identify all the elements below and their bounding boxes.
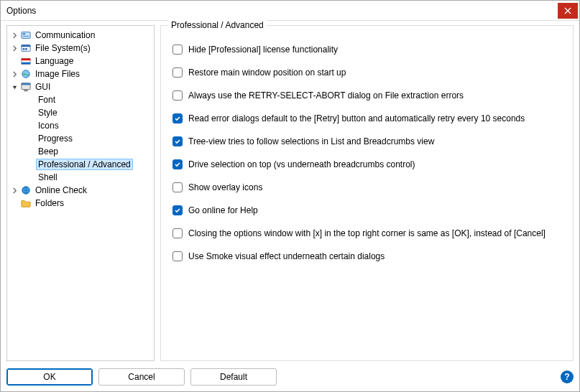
tree-item-label: File System(s) [33,42,93,54]
tree-item-label: Font [36,94,57,106]
tree-item-folders[interactable]: Folders [7,197,154,210]
comm-icon [20,29,32,41]
svg-rect-12 [22,83,30,85]
option-label: Go online for Help [188,205,258,215]
checkbox[interactable] [172,67,183,78]
check-icon [174,115,181,122]
svg-rect-1 [23,33,26,34]
option-label: Always use the RETRY-SELECT-ABORT dialog… [188,90,464,101]
online-icon [20,185,32,196]
option-row: Drive selection on top (vs underneath br… [172,159,561,169]
tree-item-label: GUI [33,81,52,93]
checkbox[interactable] [172,159,183,169]
option-row: Closing the options window with [x] in t… [172,228,561,238]
tree-item-label: Style [36,107,60,118]
svg-point-10 [22,70,30,78]
tree-item-label: Icons [36,120,61,131]
tree-item-communication[interactable]: Communication [7,29,154,42]
svg-rect-6 [25,48,27,50]
option-label: Hide [Professional] license functionalit… [188,45,338,55]
tree-item-image-files[interactable]: Image Files [7,67,154,80]
options-list: Hide [Professional] license functionalit… [172,45,561,261]
close-button[interactable] [558,3,578,19]
tree-item-beep[interactable]: Beep [7,145,154,158]
svg-rect-8 [22,59,30,61]
dialog-footer: OK Cancel Default ? [1,364,579,391]
tree-item-shell[interactable]: Shell [7,171,154,184]
option-label: Tree-view tries to follow selections in … [188,136,434,146]
tree-item-online-check[interactable]: Online Check [7,184,154,197]
option-row: Tree-view tries to follow selections in … [172,136,561,146]
cancel-button[interactable]: Cancel [98,368,185,386]
gui-icon [20,81,32,93]
tree-item-professional-advanced[interactable]: Professional / Advanced [7,158,154,171]
chevron-down-icon[interactable] [10,83,19,91]
option-row: Hide [Professional] license functionalit… [172,45,561,55]
window-title: Options [6,6,36,16]
tree-item-label: Communication [33,29,97,41]
tree-item-label: Folders [33,197,66,209]
option-label: Drive selection on top (vs underneath br… [188,159,415,169]
tree-item-label: Online Check [33,185,89,196]
svg-rect-5 [23,48,25,50]
close-icon [564,7,571,14]
check-icon [174,207,181,214]
tree-item-gui[interactable]: GUI [7,80,154,93]
tree-item-progress[interactable]: Progress [7,132,154,145]
svg-rect-13 [24,90,27,91]
option-row: Always use the RETRY-SELECT-ABORT dialog… [172,90,561,101]
checkbox[interactable] [172,228,183,238]
tree-item-label: Shell [36,172,60,183]
tree-item-file-system-s[interactable]: File System(s) [7,42,154,55]
option-row: Restore main window position on start up [172,67,561,78]
svg-rect-0 [22,32,30,39]
tree-item-font[interactable]: Font [7,93,154,106]
main-area: CommunicationFile System(s)LanguageImage… [1,21,579,364]
option-row: Show overlay icons [172,182,561,192]
imgfiles-icon [20,68,32,80]
filesys-icon [20,42,32,54]
help-icon[interactable]: ? [561,370,574,383]
lang-icon [20,55,32,67]
title-bar: Options [1,1,579,21]
category-tree[interactable]: CommunicationFile System(s)LanguageImage… [6,25,155,361]
option-label: Show overlay icons [188,182,262,192]
chevron-right-icon[interactable] [10,186,19,195]
option-row: Read error dialogs default to the [Retry… [172,113,561,123]
settings-panel: Professional / Advanced Hide [Profession… [160,25,574,361]
tree-item-label: Beep [36,146,60,157]
tree-item-icons[interactable]: Icons [7,119,154,132]
tree-item-label: Language [33,55,75,67]
checkbox[interactable] [172,205,183,215]
option-label: Restore main window position on start up [188,67,346,78]
tree-item-label: Image Files [33,68,82,80]
checkbox[interactable] [172,182,183,192]
option-row: Use Smoke visual effect underneath certa… [172,251,561,261]
svg-rect-9 [22,62,30,65]
fieldset-legend: Professional / Advanced [168,20,267,30]
ok-button[interactable]: OK [6,368,93,386]
checkbox[interactable] [172,90,183,101]
tree-item-label: Professional / Advanced [36,159,133,170]
settings-fieldset: Professional / Advanced Hide [Profession… [160,25,574,361]
chevron-right-icon[interactable] [10,44,19,52]
tree-item-language[interactable]: Language [7,55,154,67]
checkbox[interactable] [172,113,183,123]
checkbox[interactable] [172,136,183,146]
option-row: Go online for Help [172,205,561,215]
tree-item-style[interactable]: Style [7,106,154,119]
chevron-right-icon[interactable] [10,70,19,78]
checkbox[interactable] [172,251,183,261]
chevron-right-icon[interactable] [10,31,19,39]
svg-rect-2 [23,36,29,37]
default-button[interactable]: Default [190,368,277,386]
check-icon [174,161,181,168]
checkbox[interactable] [172,45,183,55]
tree-item-label: Progress [36,133,75,144]
check-icon [174,138,181,145]
option-label: Read error dialogs default to the [Retry… [188,113,525,123]
option-label: Use Smoke visual effect underneath certa… [188,251,385,261]
option-label: Closing the options window with [x] in t… [188,228,546,238]
svg-rect-4 [22,45,30,47]
folder-icon [20,197,32,209]
